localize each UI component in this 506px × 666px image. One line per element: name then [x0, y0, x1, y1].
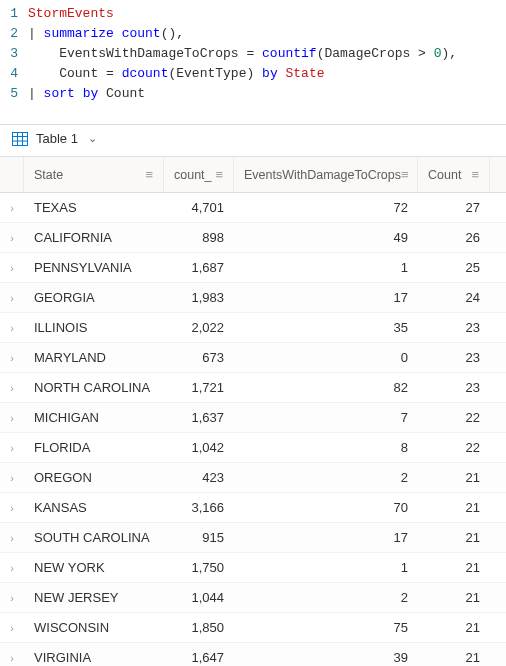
cell-state: NEW JERSEY: [24, 590, 164, 605]
table-row[interactable]: ›FLORIDA1,042822: [0, 433, 506, 463]
code-content[interactable]: Count = dcount(EventType) by State: [28, 64, 325, 84]
cell-state: KANSAS: [24, 500, 164, 515]
expand-row-icon[interactable]: ›: [0, 202, 24, 214]
cell-damage: 1: [234, 260, 418, 275]
cell-count: 21: [418, 530, 490, 545]
table-row[interactable]: ›NORTH CAROLINA1,7218223: [0, 373, 506, 403]
cell-count_: 1,850: [164, 620, 234, 635]
table-row[interactable]: ›MICHIGAN1,637722: [0, 403, 506, 433]
menu-icon[interactable]: ≡: [215, 167, 223, 182]
expand-row-icon[interactable]: ›: [0, 232, 24, 244]
table-row[interactable]: ›MARYLAND673023: [0, 343, 506, 373]
table-row[interactable]: ›NEW YORK1,750121: [0, 553, 506, 583]
column-header-count_[interactable]: count_ ≡: [164, 157, 234, 192]
code-content[interactable]: EventsWithDamageToCrops = countif(Damage…: [28, 44, 457, 64]
cell-count: 21: [418, 470, 490, 485]
table-row[interactable]: ›SOUTH CAROLINA9151721: [0, 523, 506, 553]
column-label: count_: [174, 168, 212, 182]
expand-row-icon[interactable]: ›: [0, 562, 24, 574]
expand-row-icon[interactable]: ›: [0, 382, 24, 394]
code-content[interactable]: | sort by Count: [28, 84, 145, 104]
cell-damage: 8: [234, 440, 418, 455]
table-row[interactable]: ›ILLINOIS2,0223523: [0, 313, 506, 343]
cell-damage: 82: [234, 380, 418, 395]
code-content[interactable]: StormEvents: [28, 4, 114, 24]
cell-count: 23: [418, 320, 490, 335]
grid-body: ›TEXAS4,7017227›CALIFORNIA8984926›PENNSY…: [0, 193, 506, 666]
table-row[interactable]: ›OREGON423221: [0, 463, 506, 493]
code-content[interactable]: | summarize count(),: [28, 24, 184, 44]
cell-state: PENNSYLVANIA: [24, 260, 164, 275]
cell-damage: 72: [234, 200, 418, 215]
cell-count_: 2,022: [164, 320, 234, 335]
editor-line[interactable]: 5| sort by Count: [0, 84, 506, 104]
line-number: 1: [0, 4, 28, 24]
cell-count: 21: [418, 590, 490, 605]
expand-row-icon[interactable]: ›: [0, 472, 24, 484]
cell-count_: 3,166: [164, 500, 234, 515]
cell-count_: 915: [164, 530, 234, 545]
editor-line[interactable]: 2| summarize count(),: [0, 24, 506, 44]
cell-count: 27: [418, 200, 490, 215]
editor-line[interactable]: 4 Count = dcount(EventType) by State: [0, 64, 506, 84]
cell-damage: 35: [234, 320, 418, 335]
cell-count_: 1,042: [164, 440, 234, 455]
line-number: 3: [0, 44, 28, 64]
cell-damage: 39: [234, 650, 418, 665]
table-row[interactable]: ›GEORGIA1,9831724: [0, 283, 506, 313]
cell-state: MICHIGAN: [24, 410, 164, 425]
table-row[interactable]: ›CALIFORNIA8984926: [0, 223, 506, 253]
cell-damage: 75: [234, 620, 418, 635]
table-row[interactable]: ›VIRGINIA1,6473921: [0, 643, 506, 666]
cell-state: VIRGINIA: [24, 650, 164, 665]
table-row[interactable]: ›PENNSYLVANIA1,687125: [0, 253, 506, 283]
cell-count: 24: [418, 290, 490, 305]
expand-row-icon[interactable]: ›: [0, 412, 24, 424]
line-number: 5: [0, 84, 28, 104]
expand-row-icon[interactable]: ›: [0, 292, 24, 304]
code-editor[interactable]: 1StormEvents2| summarize count(),3 Event…: [0, 0, 506, 124]
cell-damage: 0: [234, 350, 418, 365]
cell-damage: 2: [234, 470, 418, 485]
column-label: Count: [428, 168, 461, 182]
cell-count: 21: [418, 620, 490, 635]
expand-row-icon[interactable]: ›: [0, 652, 24, 664]
cell-count: 22: [418, 410, 490, 425]
cell-state: TEXAS: [24, 200, 164, 215]
table-row[interactable]: ›NEW JERSEY1,044221: [0, 583, 506, 613]
cell-count_: 1,721: [164, 380, 234, 395]
expand-row-icon[interactable]: ›: [0, 622, 24, 634]
menu-icon[interactable]: ≡: [471, 167, 479, 182]
menu-icon[interactable]: ≡: [401, 167, 409, 182]
expand-row-icon[interactable]: ›: [0, 532, 24, 544]
tab-table-1[interactable]: Table 1: [36, 131, 78, 146]
expand-row-icon[interactable]: ›: [0, 322, 24, 334]
table-row[interactable]: ›WISCONSIN1,8507521: [0, 613, 506, 643]
cell-state: NORTH CAROLINA: [24, 380, 164, 395]
expand-row-icon[interactable]: ›: [0, 592, 24, 604]
expand-row-icon[interactable]: ›: [0, 352, 24, 364]
column-header-expander: [0, 157, 24, 192]
cell-state: NEW YORK: [24, 560, 164, 575]
cell-state: MARYLAND: [24, 350, 164, 365]
column-label: State: [34, 168, 63, 182]
cell-state: CALIFORNIA: [24, 230, 164, 245]
cell-count_: 1,750: [164, 560, 234, 575]
expand-row-icon[interactable]: ›: [0, 502, 24, 514]
menu-icon[interactable]: ≡: [145, 167, 153, 182]
table-row[interactable]: ›KANSAS3,1667021: [0, 493, 506, 523]
cell-state: SOUTH CAROLINA: [24, 530, 164, 545]
column-header-count[interactable]: Count ≡: [418, 157, 490, 192]
expand-row-icon[interactable]: ›: [0, 262, 24, 274]
expand-row-icon[interactable]: ›: [0, 442, 24, 454]
column-header-damage[interactable]: EventsWithDamageToCrops ≡: [234, 157, 418, 192]
cell-count_: 1,647: [164, 650, 234, 665]
table-row[interactable]: ›TEXAS4,7017227: [0, 193, 506, 223]
chevron-down-icon[interactable]: ⌄: [88, 132, 97, 145]
line-number: 2: [0, 24, 28, 44]
column-header-state[interactable]: State ≡: [24, 157, 164, 192]
editor-line[interactable]: 3 EventsWithDamageToCrops = countif(Dama…: [0, 44, 506, 64]
editor-line[interactable]: 1StormEvents: [0, 4, 506, 24]
cell-damage: 49: [234, 230, 418, 245]
cell-count_: 423: [164, 470, 234, 485]
